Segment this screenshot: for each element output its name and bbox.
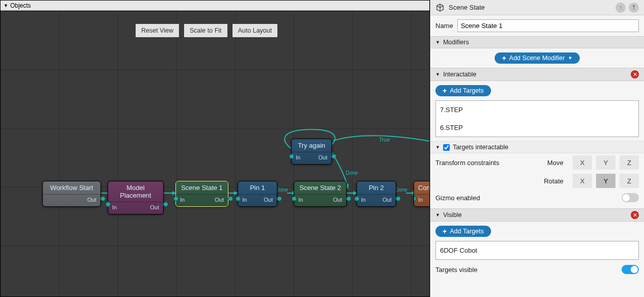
port-in-label: In bbox=[242, 197, 247, 203]
gizmo-enabled-toggle[interactable] bbox=[622, 193, 639, 202]
collapse-icon: ▼ bbox=[435, 40, 440, 45]
port-in-label: In bbox=[298, 197, 303, 203]
graph-panel-title: Objects bbox=[10, 2, 31, 9]
graph-panel-header[interactable]: ▼ Objects bbox=[1, 1, 429, 11]
edge-label-true: True bbox=[379, 137, 390, 143]
connection-edges bbox=[1, 11, 429, 296]
node-title: Scene State 2 bbox=[294, 181, 346, 195]
caret-down-icon: ▼ bbox=[568, 56, 573, 61]
graph-canvas[interactable]: Reset View Scale to Fit Auto Layout bbox=[1, 11, 429, 296]
name-input[interactable] bbox=[457, 19, 639, 32]
inspector-panel: Scene State ↑ ⤒ Name ▼ Modifiers + Add S… bbox=[430, 0, 644, 297]
move-x-button[interactable]: X bbox=[573, 155, 592, 170]
rotate-x-button[interactable]: X bbox=[573, 174, 592, 188]
targets-interactable-label: Targets interactable bbox=[453, 144, 508, 151]
port-in[interactable] bbox=[173, 196, 178, 201]
node-pin-1[interactable]: Pin 1 InOut bbox=[238, 181, 277, 207]
reset-view-button[interactable]: Reset View bbox=[136, 24, 179, 37]
collapse-icon: ▼ bbox=[435, 72, 440, 77]
add-scene-modifier-button[interactable]: + Add Scene Modifier ▼ bbox=[495, 52, 579, 64]
port-out-label: Out bbox=[382, 197, 392, 203]
node-try-again[interactable]: Try again InOut bbox=[291, 139, 332, 165]
port-out[interactable] bbox=[277, 196, 282, 201]
edge-label-done: Done bbox=[276, 187, 288, 193]
button-label: Add Scene Modifier bbox=[509, 55, 565, 62]
interactable-targets-list: 7.STEP 6.STEP bbox=[435, 100, 639, 137]
target-item[interactable]: 6DOF Cobot bbox=[436, 241, 638, 259]
node-title: Con bbox=[414, 181, 429, 195]
plus-icon: + bbox=[502, 55, 506, 62]
move-label: Move bbox=[533, 159, 563, 167]
name-label: Name bbox=[435, 22, 453, 30]
section-title: Modifiers bbox=[443, 39, 469, 46]
inspector-header: Scene State ↑ ⤒ bbox=[430, 0, 644, 15]
node-con-partial[interactable]: Con In bbox=[414, 181, 429, 207]
port-in[interactable] bbox=[236, 196, 241, 201]
rotate-label: Rotate bbox=[533, 177, 563, 185]
targets-visible-toggle[interactable] bbox=[622, 265, 639, 274]
button-label: Add Targets bbox=[450, 228, 483, 235]
port-in-label: In bbox=[361, 197, 366, 203]
scale-to-fit-button[interactable]: Scale to Fit bbox=[184, 24, 227, 37]
section-title: Interactable bbox=[443, 71, 476, 78]
port-out-label: Out bbox=[87, 197, 96, 203]
remove-section-icon[interactable]: ✕ bbox=[631, 70, 639, 78]
node-pin-2[interactable]: Pin 2 InOut bbox=[356, 181, 396, 207]
targets-interactable-subheader[interactable]: ▼ Targets interactable bbox=[430, 141, 644, 153]
edge-label-done: Done bbox=[346, 170, 358, 176]
port-in[interactable] bbox=[106, 202, 111, 207]
edge-label-done: Done bbox=[395, 187, 407, 193]
button-label: Add Targets bbox=[450, 87, 483, 94]
port-out-label: Out bbox=[215, 197, 224, 203]
node-model-placement[interactable]: Model Placement InOut bbox=[108, 181, 164, 214]
port-in[interactable] bbox=[292, 196, 297, 201]
add-targets-button-visible[interactable]: + Add Targets bbox=[435, 226, 491, 237]
scene-state-icon bbox=[435, 3, 445, 12]
collapse-icon: ▼ bbox=[435, 212, 440, 218]
port-in-label: In bbox=[112, 204, 117, 210]
node-workflow-start[interactable]: Workflow Start Out bbox=[42, 181, 101, 207]
node-title: Try again bbox=[292, 139, 331, 152]
inspector-title: Scene State bbox=[449, 4, 485, 11]
plus-icon: + bbox=[443, 87, 447, 94]
node-title: Scene State 1 bbox=[176, 181, 228, 195]
target-item[interactable]: 6.STEP bbox=[436, 119, 638, 137]
move-y-button[interactable]: Y bbox=[596, 155, 615, 170]
node-title: Pin 2 bbox=[357, 181, 396, 195]
port-out-label: Out bbox=[150, 204, 159, 210]
section-visible-header[interactable]: ▼ Visible ✕ bbox=[430, 208, 644, 222]
nav-top-icon[interactable]: ⤒ bbox=[629, 3, 639, 13]
remove-section-icon[interactable]: ✕ bbox=[631, 211, 639, 219]
section-interactable-header[interactable]: ▼ Interactable ✕ bbox=[430, 68, 644, 81]
port-out[interactable] bbox=[331, 154, 337, 159]
node-scene-state-2[interactable]: Scene State 2 InOut bbox=[294, 181, 347, 207]
port-out[interactable] bbox=[346, 196, 351, 201]
port-out[interactable] bbox=[228, 196, 233, 201]
auto-layout-button[interactable]: Auto Layout bbox=[233, 24, 278, 37]
gizmo-enabled-label: Gizmo enabled bbox=[435, 194, 622, 202]
rotate-z-button[interactable]: Z bbox=[620, 174, 639, 188]
move-z-button[interactable]: Z bbox=[620, 155, 639, 170]
collapse-icon: ▼ bbox=[435, 145, 440, 150]
rotate-y-button[interactable]: Y bbox=[596, 174, 615, 188]
port-in-label: In bbox=[180, 197, 185, 203]
port-in-label: In bbox=[418, 197, 423, 203]
nav-up-icon[interactable]: ↑ bbox=[615, 3, 626, 13]
section-title: Visible bbox=[443, 211, 462, 219]
port-in[interactable] bbox=[354, 196, 359, 201]
port-out[interactable] bbox=[396, 196, 401, 201]
port-out[interactable] bbox=[100, 196, 106, 201]
port-in[interactable] bbox=[289, 154, 294, 159]
port-out[interactable] bbox=[163, 202, 168, 207]
visible-targets-list: 6DOF Cobot bbox=[435, 241, 639, 260]
port-in-label: In bbox=[296, 154, 300, 160]
node-scene-state-1[interactable]: Scene State 1 InOut bbox=[175, 181, 228, 207]
add-targets-button[interactable]: + Add Targets bbox=[435, 85, 491, 96]
graph-panel: ▼ Objects Reset View Scale to Fit Auto L… bbox=[0, 0, 430, 297]
targets-interactable-checkbox[interactable] bbox=[443, 144, 450, 151]
target-item[interactable]: 7.STEP bbox=[436, 101, 638, 119]
plus-icon: + bbox=[443, 228, 447, 235]
node-title: Pin 1 bbox=[238, 181, 277, 195]
targets-visible-label: Targets visible bbox=[435, 266, 622, 274]
section-modifiers-header[interactable]: ▼ Modifiers bbox=[430, 36, 644, 48]
